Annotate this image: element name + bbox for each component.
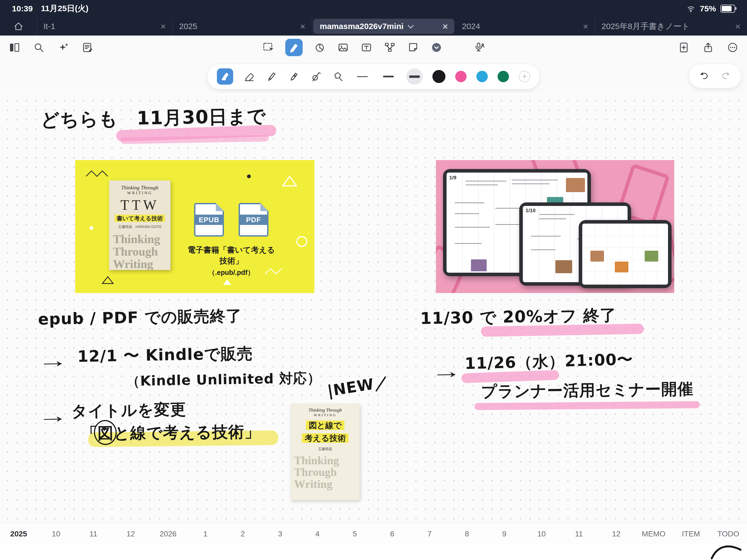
color-green[interactable] xyxy=(497,71,509,82)
search-icon[interactable] xyxy=(32,41,45,54)
sparkle-icon[interactable] xyxy=(57,41,70,54)
tab-label: 2025年8月手書きノート xyxy=(601,21,690,32)
page-tab-3[interactable]: 3 xyxy=(261,530,299,538)
close-icon[interactable]: × xyxy=(438,21,448,32)
note-line-title-change: タイトルを変更 xyxy=(71,399,186,422)
close-icon[interactable]: × xyxy=(295,21,305,32)
cover-title-line1: 図と線で xyxy=(306,421,344,430)
color-black-selected[interactable] xyxy=(432,70,445,83)
tab-2024[interactable]: 2024 × xyxy=(456,17,595,35)
highlighter-tool-selected[interactable] xyxy=(217,69,233,85)
stroke-thick-selected[interactable] xyxy=(406,69,422,85)
pdf-file-icon: PDF xyxy=(239,203,268,237)
pen-tool-active[interactable] xyxy=(285,39,303,56)
close-icon[interactable]: × xyxy=(730,21,741,32)
ttw-book-cover: Thinking Through WRITING TTW 書いて考える技術 五藤… xyxy=(109,181,171,270)
toolbar: + xyxy=(0,35,747,93)
note-line-epub-pdf: epub / PDF での販売終了 xyxy=(38,305,242,330)
tab-2025-august-note[interactable]: 2025年8月手書きノート × xyxy=(595,17,747,35)
cover-big-text: Through xyxy=(294,466,360,478)
color-pink[interactable] xyxy=(455,71,467,82)
page-tab-8[interactable]: 8 xyxy=(448,530,486,538)
new-book-cover-image[interactable]: Thinking Through WRITING 図と線で 考える技術 五藤晴菜… xyxy=(291,404,360,500)
page-tab-11b[interactable]: 11 xyxy=(560,530,598,538)
page-tab-todo[interactable]: TODO xyxy=(710,530,747,538)
cover-brand: Thinking Through xyxy=(291,407,360,413)
tab-2025[interactable]: 2025 × xyxy=(173,17,312,35)
fountain-pen-icon[interactable] xyxy=(287,70,300,83)
page-tab-7[interactable]: 7 xyxy=(411,530,448,538)
note-line-discount-end: 11/30 で 20%オフ 終了 xyxy=(420,304,617,330)
page-tab-9[interactable]: 9 xyxy=(486,530,523,538)
add-color-button[interactable]: + xyxy=(519,71,530,82)
note-canvas[interactable]: どちらも 11月30日まで Thinking Through WRITING T… xyxy=(0,93,747,523)
battery-icon xyxy=(720,5,735,13)
history-pill xyxy=(689,64,741,88)
cover-author: 五藤晴菜 xyxy=(118,225,132,229)
page-tab-10[interactable]: 10 xyxy=(37,530,75,538)
arrow-ink: → xyxy=(37,405,69,427)
eraser-icon[interactable] xyxy=(243,70,255,83)
loop-pen-icon[interactable] xyxy=(310,70,322,83)
redo-icon[interactable] xyxy=(720,70,732,82)
planner-date: 1/10 xyxy=(525,208,536,214)
page-tab-12b[interactable]: 12 xyxy=(598,530,635,538)
photo-thumbnail xyxy=(471,259,487,271)
shape-pen-icon[interactable] xyxy=(332,70,344,83)
ebook-caption: 電子書籍「書いて考える技術」 xyxy=(184,245,279,266)
chevron-down-icon[interactable] xyxy=(407,23,414,29)
arrow-ink: → xyxy=(431,360,462,382)
page-tab-2025[interactable]: 2025 xyxy=(0,530,37,538)
pdf-label: PDF xyxy=(239,215,268,225)
quick-note-icon[interactable] xyxy=(81,41,94,54)
textbox-icon[interactable] xyxy=(360,41,373,54)
cover-brand: Thinking Through xyxy=(109,185,171,191)
page-tab-10b[interactable]: 10 xyxy=(523,530,560,538)
page-tab-1[interactable]: 1 xyxy=(187,530,224,538)
pie-icon[interactable] xyxy=(313,41,326,54)
page-tab-4[interactable]: 4 xyxy=(299,530,336,538)
cover-big-text: Writing xyxy=(294,478,360,490)
close-icon[interactable]: × xyxy=(156,21,166,32)
ebook-promo-image[interactable]: Thinking Through WRITING TTW 書いて考える技術 五藤… xyxy=(75,160,314,293)
ballpoint-pen-icon[interactable] xyxy=(265,70,278,83)
color-blue[interactable] xyxy=(476,71,488,82)
marquee-select-icon[interactable] xyxy=(262,41,275,54)
home-icon xyxy=(13,21,24,32)
stroke-medium[interactable] xyxy=(380,69,396,85)
add-page-icon[interactable] xyxy=(677,41,690,54)
page-tab-2026[interactable]: 2026 xyxy=(149,530,187,538)
page-tab-5[interactable]: 5 xyxy=(336,530,374,538)
tab-mamasma2026v7mini-active[interactable]: mamasma2026v7mini × xyxy=(313,19,455,34)
ipad-mockup-small xyxy=(579,220,672,288)
diagram-icon[interactable] xyxy=(384,41,396,54)
date: 11月25日(火) xyxy=(41,3,88,14)
page-tab-2[interactable]: 2 xyxy=(224,530,262,538)
page-tab-11[interactable]: 11 xyxy=(75,530,112,538)
sticky-note-icon[interactable] xyxy=(407,41,419,54)
pen-flourish-ink xyxy=(710,542,745,560)
undo-icon[interactable] xyxy=(698,70,710,82)
home-tab[interactable] xyxy=(0,17,37,35)
voice-icon[interactable] xyxy=(472,41,485,54)
thumbnails-icon[interactable] xyxy=(8,41,21,54)
tab-it-1[interactable]: It-1 × xyxy=(37,17,173,35)
note-line-seminar: プランナー活用セミナー開催 xyxy=(481,378,694,403)
chevron-down-circle-icon[interactable] xyxy=(430,41,443,54)
page-tab-item[interactable]: ITEM xyxy=(672,530,710,538)
wifi-icon xyxy=(686,4,695,13)
image-icon[interactable] xyxy=(337,41,349,54)
highlighter-icon xyxy=(219,70,231,83)
stroke-thin[interactable] xyxy=(354,69,370,85)
photo-thumbnail xyxy=(615,262,628,272)
photo-thumbnail xyxy=(566,178,585,192)
page-tab-memo[interactable]: MEMO xyxy=(635,530,672,538)
more-icon[interactable] xyxy=(726,41,739,54)
page-tab-6[interactable]: 6 xyxy=(374,530,411,538)
planner-promo-image[interactable]: 1/9 xyxy=(436,160,674,293)
share-icon[interactable] xyxy=(702,41,715,54)
close-icon[interactable]: × xyxy=(578,21,588,32)
pink-highlight xyxy=(474,401,700,410)
cover-brand-caps: WRITING xyxy=(109,191,171,195)
page-tab-12[interactable]: 12 xyxy=(112,530,150,538)
